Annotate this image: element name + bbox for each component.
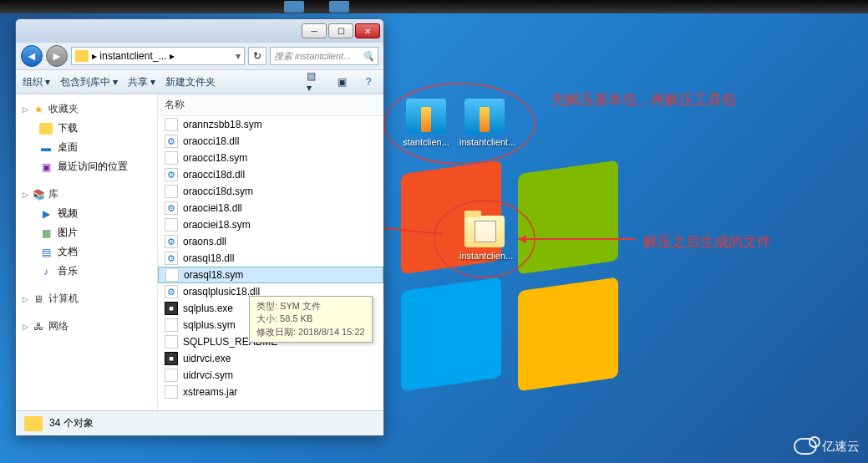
- file-icon: ⚙: [165, 168, 178, 181]
- close-button[interactable]: ✕: [355, 23, 380, 38]
- icon-label: instantclien...: [459, 251, 513, 261]
- tooltip-date: 修改日期: 2018/8/14 15:22: [256, 326, 365, 338]
- folder-icon: [464, 216, 505, 247]
- back-button[interactable]: ◄: [21, 45, 43, 67]
- file-row[interactable]: oraociei18.sym: [158, 216, 383, 233]
- taskbar: [0, 0, 868, 13]
- minimize-button[interactable]: ─: [302, 23, 327, 38]
- desktop: stantclien... instantclient... instantcl…: [0, 0, 868, 463]
- file-icon: [165, 369, 178, 382]
- desktop-folder-extracted[interactable]: instantclien...: [459, 216, 510, 261]
- icon-label: stantclien...: [403, 137, 449, 147]
- file-row[interactable]: ⚙oraocci18d.dll: [158, 166, 383, 183]
- nav-computer[interactable]: ▷🖥计算机: [16, 289, 157, 308]
- file-icon: [165, 185, 178, 198]
- file-name: oraocci18.dll: [183, 135, 239, 147]
- desktop-zip-2[interactable]: instantclient...: [459, 99, 510, 147]
- toolbar: 组织 ▾ 包含到库中 ▾ 共享 ▾ 新建文件夹 ▤ ▾ ▣ ?: [16, 69, 383, 94]
- file-name: xstreams.jar: [183, 386, 237, 398]
- file-row[interactable]: oraocci18d.sym: [158, 183, 383, 200]
- dropdown-icon[interactable]: ▾: [236, 50, 241, 62]
- desktop-zip-1[interactable]: stantclien...: [401, 99, 451, 147]
- zip-icon: [464, 99, 505, 134]
- watermark: 亿速云: [794, 438, 860, 455]
- file-row[interactable]: xstreams.jar: [158, 384, 383, 400]
- nav-pane: ▷★收藏夹 下载 ▬桌面 ▣最近访问的位置 ▷📚库 ▶视频 ▦图片 ▤文档 ♪音…: [16, 94, 158, 410]
- file-row[interactable]: ⚙oraociei18.dll: [158, 200, 383, 216]
- cloud-icon: [794, 438, 817, 455]
- nav-music[interactable]: ♪音乐: [16, 262, 157, 281]
- path-text: instantclient_...: [99, 50, 166, 62]
- folder-icon: [24, 416, 43, 431]
- include-button[interactable]: 包含到库中 ▾: [60, 75, 118, 89]
- file-icon: [165, 335, 178, 349]
- file-icon: [165, 218, 178, 232]
- file-row[interactable]: orasql18.sym: [158, 267, 383, 283]
- address-bar: ◄ ► ▸ instantclient_... ▸ ▾ ↻ 搜索 instant…: [16, 43, 383, 69]
- taskbar-icon[interactable]: [329, 1, 349, 13]
- file-icon: ■: [165, 302, 178, 315]
- column-header-name[interactable]: 名称: [158, 94, 383, 116]
- view-button[interactable]: ▤ ▾: [307, 74, 323, 90]
- file-icon: [165, 268, 179, 282]
- nav-network[interactable]: ▷🖧网络: [16, 317, 157, 336]
- search-placeholder: 搜索 instantclient...: [274, 50, 351, 63]
- file-name: oraons.dll: [183, 236, 226, 247]
- file-icon: [165, 151, 178, 165]
- path-sep: ▸: [170, 50, 175, 62]
- taskbar-icon[interactable]: [284, 1, 304, 13]
- newfolder-button[interactable]: 新建文件夹: [165, 75, 216, 89]
- help-button[interactable]: ?: [360, 74, 377, 90]
- path-field[interactable]: ▸ instantclient_... ▸ ▾: [71, 47, 245, 65]
- nav-favorites[interactable]: ▷★收藏夹: [16, 99, 157, 119]
- nav-documents[interactable]: ▤文档: [16, 242, 157, 262]
- file-icon: [165, 318, 178, 332]
- file-icon: ⚙: [165, 201, 178, 215]
- preview-button[interactable]: ▣: [333, 74, 350, 90]
- file-name: uidrvci.sym: [183, 369, 233, 381]
- folder-icon: [75, 50, 89, 62]
- annotation-right: 解压之后生成的文件: [643, 232, 771, 252]
- file-icon: ⚙: [165, 135, 178, 148]
- file-row[interactable]: ⚙oraons.dll: [158, 233, 383, 250]
- nav-recent[interactable]: ▣最近访问的位置: [16, 157, 157, 176]
- titlebar[interactable]: ─ ☐ ✕: [16, 19, 383, 43]
- file-list[interactable]: 名称 orannzsbb18.sym⚙oraocci18.dlloraocci1…: [158, 94, 383, 410]
- file-name: oraocci18d.dll: [183, 169, 245, 181]
- icon-label: instantclient...: [459, 137, 515, 147]
- file-icon: [165, 118, 178, 131]
- nav-libraries[interactable]: ▷📚库: [16, 185, 157, 204]
- nav-desktop[interactable]: ▬桌面: [16, 138, 157, 157]
- file-row[interactable]: orannzsbb18.sym: [158, 116, 383, 133]
- windows-logo-wallpaper: [401, 167, 618, 384]
- nav-videos[interactable]: ▶视频: [16, 204, 157, 223]
- file-name: oraociei18.sym: [183, 219, 251, 231]
- file-name: oraocci18.sym: [183, 152, 247, 164]
- status-text: 34 个对象: [49, 416, 94, 430]
- organize-button[interactable]: 组织 ▾: [23, 75, 50, 89]
- search-icon: 🔍: [363, 51, 374, 62]
- file-icon: ⚙: [165, 285, 178, 298]
- search-input[interactable]: 搜索 instantclient... 🔍: [270, 47, 378, 65]
- path-sep: ▸: [92, 50, 97, 62]
- nav-pictures[interactable]: ▦图片: [16, 223, 157, 242]
- nav-downloads[interactable]: 下载: [16, 119, 157, 138]
- annotation-top: 先解压基本包，再解压工具包: [551, 90, 736, 109]
- explorer-window: ─ ☐ ✕ ◄ ► ▸ instantclient_... ▸ ▾ ↻ 搜索 i…: [15, 18, 384, 436]
- file-name: uidrvci.exe: [183, 353, 231, 364]
- file-name: oraocci18d.sym: [183, 186, 253, 197]
- file-name: sqlplus.exe: [183, 303, 233, 314]
- file-row[interactable]: ■uidrvci.exe: [158, 350, 383, 367]
- file-icon: ■: [165, 352, 178, 365]
- file-row[interactable]: oraocci18.sym: [158, 150, 383, 166]
- forward-button[interactable]: ►: [46, 45, 68, 67]
- maximize-button[interactable]: ☐: [328, 23, 353, 38]
- file-row[interactable]: uidrvci.sym: [158, 367, 383, 384]
- tooltip-type: 类型: SYM 文件: [256, 300, 365, 313]
- file-row[interactable]: ⚙oraocci18.dll: [158, 133, 383, 150]
- refresh-button[interactable]: ↻: [248, 47, 266, 65]
- status-bar: 34 个对象: [16, 410, 383, 435]
- file-row[interactable]: ⚙orasql18.dll: [158, 250, 383, 267]
- share-button[interactable]: 共享 ▾: [128, 75, 155, 89]
- tooltip-size: 大小: 58.5 KB: [256, 313, 365, 325]
